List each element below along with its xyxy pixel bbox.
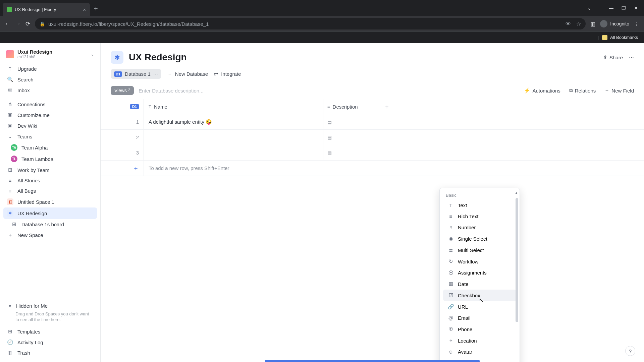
new-field-button[interactable]: ＋New Field xyxy=(604,87,634,94)
column-header-description[interactable]: ≡Description xyxy=(323,99,375,114)
scrollbar-thumb[interactable] xyxy=(516,198,518,322)
field-type-icon: ☺ xyxy=(448,349,454,355)
field-type-text[interactable]: TText xyxy=(443,200,516,211)
sidebar-dev-wiki[interactable]: ▣Dev Wiki xyxy=(3,120,97,131)
tab-list-icon[interactable]: ⌄ xyxy=(587,5,591,11)
sidebar-new-space[interactable]: ＋New Space xyxy=(3,230,97,241)
sidebar-all-bugs[interactable]: ≡All Bugs xyxy=(3,186,97,196)
close-window-icon[interactable]: ✕ xyxy=(634,5,638,11)
sidebar-ux-redesign[interactable]: ✱UX Redesign xyxy=(3,207,97,219)
privacy-icon[interactable]: 👁 xyxy=(566,21,571,27)
browser-tab[interactable]: UX Redesign | Fibery × xyxy=(3,3,90,16)
share-button[interactable]: ⇪Share xyxy=(603,54,623,60)
plus-icon: ＋ xyxy=(604,87,609,94)
sidebar-upgrade[interactable]: ⇡Upgrade xyxy=(3,63,97,74)
tab-title: UX Redesign | Fibery xyxy=(15,7,56,12)
back-icon[interactable]: ← xyxy=(5,20,10,27)
sidebar-untitled-space[interactable]: ◧Untitled Space 1 xyxy=(3,196,97,207)
close-tab-icon[interactable]: × xyxy=(83,7,86,12)
automations-button[interactable]: ⚡Automations xyxy=(524,87,560,94)
field-type-email[interactable]: @Email xyxy=(443,312,516,323)
add-column-button[interactable]: ＋ xyxy=(375,99,398,114)
tab-more-icon[interactable]: ⋯ xyxy=(153,71,158,77)
cell-name[interactable] xyxy=(144,130,323,145)
all-bookmarks[interactable]: All Bookmarks xyxy=(610,35,638,40)
inbox-icon: ✉ xyxy=(7,87,13,93)
new-database-button[interactable]: ＋New Database xyxy=(167,71,208,77)
forward-icon[interactable]: → xyxy=(15,20,21,27)
sidebar-hidden-toggle[interactable]: ▾Hidden for Me xyxy=(3,301,97,311)
sidebar-customize[interactable]: ▣Customize.me xyxy=(3,110,97,120)
incognito-badge[interactable]: Incognito xyxy=(600,20,629,27)
window-controls: ⌄ — ❐ ✕ xyxy=(587,5,644,11)
data-table: D1 TName ≡Description ＋ 1 A delightful s… xyxy=(101,99,644,176)
field-type-avatar[interactable]: ☺Avatar xyxy=(443,346,516,357)
new-tab-button[interactable]: + xyxy=(94,5,98,13)
sidebar-trash[interactable]: 🗑Trash xyxy=(3,348,97,358)
help-button[interactable]: ? xyxy=(625,346,635,356)
database-description-input[interactable]: Enter Database description... xyxy=(139,88,203,94)
panel-icon[interactable]: ▥ xyxy=(590,21,595,27)
field-type-rich-text[interactable]: ≡Rich Text xyxy=(443,211,516,222)
cell-description[interactable]: ▤ xyxy=(323,145,375,160)
scroll-up-icon[interactable]: ▲ xyxy=(515,191,518,195)
space-icon: ✱ xyxy=(7,210,13,217)
minimize-icon[interactable]: — xyxy=(609,5,613,11)
database-tab-active[interactable]: D1 Database 1 ⋯ xyxy=(111,69,161,79)
field-type-location[interactable]: ⌖Location xyxy=(443,335,516,346)
field-type-icon: 🔗 xyxy=(448,304,454,310)
field-type-number[interactable]: #Number xyxy=(443,222,516,233)
workspace-name: Uxui Redesign xyxy=(17,49,52,55)
field-type-dropdown: Basic TText≡Rich Text#Number◉Single Sele… xyxy=(439,188,520,362)
file-icon: ▣ xyxy=(7,112,13,118)
sidebar-db-board[interactable]: ⊞Database 1s board xyxy=(3,219,97,230)
field-type-phone[interactable]: ✆Phone xyxy=(443,323,516,335)
page-title[interactable]: UX Redesign xyxy=(129,52,187,63)
connections-icon: ⋔ xyxy=(7,101,13,107)
address-bar[interactable]: 🔒 uxui-redesign.fibery.io/fibery/space/U… xyxy=(35,18,586,29)
sidebar-all-stories[interactable]: ≡All Stories xyxy=(3,175,97,186)
zap-icon: ⚡ xyxy=(524,87,530,94)
sidebar-activity[interactable]: 🕘Activity Log xyxy=(3,337,97,348)
lock-icon: 🔒 xyxy=(40,21,45,26)
cell-name[interactable] xyxy=(144,145,323,160)
search-icon: 🔍 xyxy=(7,76,13,82)
add-row-button[interactable]: ＋ To add a new row, press Shift+Enter xyxy=(101,161,644,176)
relations-button[interactable]: ⧉Relations xyxy=(569,87,596,94)
dropdown-scrollbar[interactable]: ▲ ▼ xyxy=(515,191,519,362)
table-row[interactable]: 1 A delightful sample entity 🤪 ▤ xyxy=(101,114,644,130)
sidebar-connections[interactable]: ⋔Connections xyxy=(3,99,97,110)
list-icon: ≡ xyxy=(7,188,13,194)
browser-menu-icon[interactable]: ⋮ xyxy=(634,21,639,27)
sidebar-search[interactable]: 🔍Search xyxy=(3,74,97,85)
field-type-multi-select[interactable]: ≣Multi Select xyxy=(443,244,516,256)
table-row[interactable]: 2 ▤ xyxy=(101,130,644,145)
integrate-button[interactable]: ⇄Integrate xyxy=(214,71,241,77)
sidebar-team-lambda[interactable]: TLTeam Lambda xyxy=(3,153,97,165)
workspace-switcher[interactable]: Uxui Redesign ea131bb8 ⌄ xyxy=(3,47,97,61)
sidebar-templates[interactable]: ⊞Templates xyxy=(3,326,97,337)
table-row[interactable]: 3 ▤ xyxy=(101,145,644,161)
sidebar-team-alpha[interactable]: TATeam Alpha xyxy=(3,142,97,153)
cell-description[interactable]: ▤ xyxy=(323,130,375,145)
cell-description[interactable]: ▤ xyxy=(323,114,375,129)
file-icon: ▣ xyxy=(7,123,13,129)
bookmark-star-icon[interactable]: ☆ xyxy=(576,21,581,27)
maximize-icon[interactable]: ❐ xyxy=(622,5,626,11)
sidebar-inbox[interactable]: ✉Inbox xyxy=(3,85,97,96)
views-button[interactable]: Views2 xyxy=(111,86,134,95)
field-type-date[interactable]: ▦Date xyxy=(443,278,516,290)
browser-toolbar: ← → ⟳ 🔒 uxui-redesign.fibery.io/fibery/s… xyxy=(0,16,644,32)
column-header-name[interactable]: TName xyxy=(144,99,323,114)
field-type-assignments[interactable]: ⦿Assignments xyxy=(443,267,516,278)
browser-tab-strip: UX Redesign | Fibery × + ⌄ — ❐ ✕ xyxy=(0,0,644,16)
cell-name[interactable]: A delightful sample entity 🤪 xyxy=(144,114,323,129)
sidebar-teams[interactable]: ⌄Teams xyxy=(3,131,97,142)
field-type-workflow[interactable]: ↻Workflow xyxy=(443,256,516,267)
space-icon[interactable]: ✱ xyxy=(111,51,123,64)
richtext-icon: ▤ xyxy=(327,119,332,125)
more-icon[interactable]: ⋯ xyxy=(629,54,634,60)
sidebar-work-by-team[interactable]: ⊞Work by Team xyxy=(3,165,97,175)
reload-icon[interactable]: ⟳ xyxy=(25,20,30,27)
field-type-single-select[interactable]: ◉Single Select xyxy=(443,233,516,244)
